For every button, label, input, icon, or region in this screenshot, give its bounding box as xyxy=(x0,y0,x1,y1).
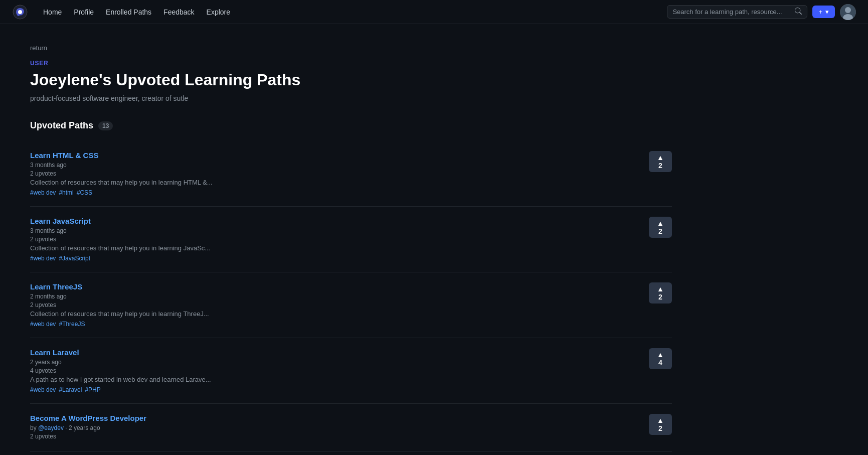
upvote-count: 2 xyxy=(658,162,662,169)
svg-point-3 xyxy=(845,7,851,13)
user-label: USER xyxy=(30,60,672,67)
path-time: 2 months ago xyxy=(30,293,639,300)
path-upvotes-label: 4 upvotes xyxy=(30,367,639,374)
path-tags: #web dev#Laravel#PHP xyxy=(30,386,639,393)
tag: #web dev xyxy=(30,386,56,393)
upvote-arrow-icon: ▲ xyxy=(657,417,664,424)
path-description: Collection of resources that may help yo… xyxy=(30,244,639,252)
upvote-count: 2 xyxy=(658,293,662,300)
path-description: Collection of resources that may help yo… xyxy=(30,179,639,186)
path-title[interactable]: Learn HTML & CSS xyxy=(30,151,639,160)
path-upvotes-label: 2 upvotes xyxy=(30,301,639,309)
path-author: by @eaydev · 2 years ago xyxy=(30,424,639,431)
path-time: 2 years ago xyxy=(30,359,639,366)
svg-point-1 xyxy=(18,10,22,14)
path-time: 3 months ago xyxy=(30,162,639,169)
breadcrumb-link[interactable]: return xyxy=(30,44,47,52)
path-tags: #web dev#html#CSS xyxy=(30,189,639,196)
nav-right: + ▾ xyxy=(667,4,856,20)
path-info: Learn JavaScript 3 months ago 2 upvotes … xyxy=(30,217,639,262)
tag: #html xyxy=(59,189,73,196)
add-button[interactable]: + ▾ xyxy=(812,6,835,18)
page-title: Joeylene's Upvoted Learning Paths xyxy=(30,71,672,89)
nav-feedback[interactable]: Feedback xyxy=(158,5,199,19)
path-description: A path as to how I got started in web de… xyxy=(30,376,639,383)
path-title[interactable]: Become A WordPress Developer xyxy=(30,414,639,422)
upvote-button[interactable]: ▲ 2 xyxy=(649,151,672,172)
tag: #ThreeJS xyxy=(59,321,85,328)
path-info: Learn Laravel 2 years ago 4 upvotes A pa… xyxy=(30,348,639,393)
path-description: Collection of resources that may help yo… xyxy=(30,310,639,318)
navbar: Home Profile Enrolled Paths Feedback Exp… xyxy=(0,0,868,24)
path-tags: #web dev#JavaScript xyxy=(30,255,639,262)
path-tags: #web dev#ThreeJS xyxy=(30,321,639,328)
nav-logo xyxy=(12,4,28,20)
list-item: Learn HTML & CSS 3 months ago 2 upvotes … xyxy=(30,141,672,207)
list-item: Learn JavaScript 3 months ago 2 upvotes … xyxy=(30,207,672,272)
tag: #web dev xyxy=(30,321,56,328)
upvote-count: 2 xyxy=(658,228,662,235)
upvote-count: 4 xyxy=(658,359,662,366)
section-header: Upvoted Paths 13 xyxy=(30,120,672,131)
list-item: Learn ThreeJS 2 months ago 2 upvotes Col… xyxy=(30,272,672,338)
upvote-arrow-icon: ▲ xyxy=(657,154,664,161)
add-dropdown-icon: ▾ xyxy=(825,8,829,16)
tag: #PHP xyxy=(85,386,100,393)
search-icon xyxy=(795,8,802,16)
nav-enrolled-paths[interactable]: Enrolled Paths xyxy=(101,5,156,19)
breadcrumb[interactable]: return xyxy=(30,44,672,52)
upvote-arrow-icon: ▲ xyxy=(657,285,664,292)
upvote-arrow-icon: ▲ xyxy=(657,220,664,227)
path-info: Learn HTML & CSS 3 months ago 2 upvotes … xyxy=(30,151,639,196)
path-info: Become A WordPress Developer by @eaydev … xyxy=(30,414,639,441)
nav-home[interactable]: Home xyxy=(38,5,67,19)
upvote-count: 2 xyxy=(658,425,662,432)
search-input[interactable] xyxy=(672,8,792,16)
path-upvotes-label: 2 upvotes xyxy=(30,433,639,440)
nav-profile[interactable]: Profile xyxy=(69,5,99,19)
tag: #web dev xyxy=(30,255,56,262)
path-time: 3 months ago xyxy=(30,227,639,234)
upvote-arrow-icon: ▲ xyxy=(657,351,664,358)
avatar[interactable] xyxy=(840,4,856,20)
paths-list: Learn HTML & CSS 3 months ago 2 upvotes … xyxy=(30,141,672,452)
upvote-button[interactable]: ▲ 2 xyxy=(649,414,672,435)
nav-explore[interactable]: Explore xyxy=(202,5,235,19)
tag: #web dev xyxy=(30,189,56,196)
path-title[interactable]: Learn ThreeJS xyxy=(30,282,639,291)
tag: #CSS xyxy=(77,189,92,196)
path-upvotes-label: 2 upvotes xyxy=(30,170,639,177)
upvote-button[interactable]: ▲ 2 xyxy=(649,217,672,238)
path-title[interactable]: Learn Laravel xyxy=(30,348,639,357)
list-item: Become A WordPress Developer by @eaydev … xyxy=(30,404,672,452)
count-badge: 13 xyxy=(98,121,113,130)
main-content: return USER Joeylene's Upvoted Learning … xyxy=(0,24,702,455)
upvote-button[interactable]: ▲ 2 xyxy=(649,282,672,304)
path-title[interactable]: Learn JavaScript xyxy=(30,217,639,225)
tag: #JavaScript xyxy=(59,255,90,262)
path-upvotes-label: 2 upvotes xyxy=(30,236,639,243)
upvote-button[interactable]: ▲ 4 xyxy=(649,348,672,369)
page-subtitle: product-focused software engineer, creat… xyxy=(30,94,672,102)
search-bar xyxy=(667,5,807,19)
tag: #Laravel xyxy=(59,386,82,393)
path-info: Learn ThreeJS 2 months ago 2 upvotes Col… xyxy=(30,282,639,328)
plus-icon: + xyxy=(818,8,822,16)
list-item: Learn Laravel 2 years ago 4 upvotes A pa… xyxy=(30,338,672,404)
nav-links: Home Profile Enrolled Paths Feedback Exp… xyxy=(38,5,667,19)
section-title: Upvoted Paths xyxy=(30,120,93,131)
